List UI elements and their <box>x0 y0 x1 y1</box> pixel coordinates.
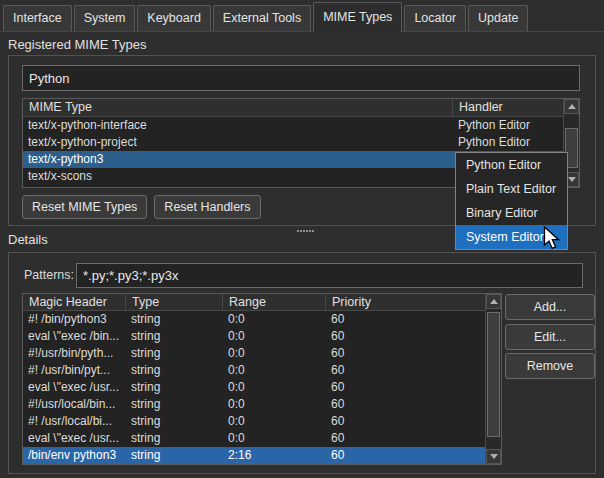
details-group-label: Details <box>8 232 48 247</box>
edit-button[interactable]: Edit... <box>505 324 595 350</box>
scrollbar-thumb[interactable] <box>487 312 500 437</box>
dropdown-item-python-editor[interactable]: Python Editor <box>456 153 567 177</box>
mime-filter-input[interactable] <box>22 65 580 91</box>
tab-locator[interactable]: Locator <box>404 5 466 31</box>
magic-table-row-selected[interactable]: /bin/env python3 string 2:16 60 <box>23 447 485 464</box>
reset-handlers-button[interactable]: Reset Handlers <box>154 195 260 219</box>
tab-keyboard[interactable]: Keyboard <box>137 5 211 31</box>
options-dialog: Interface System Keyboard External Tools… <box>0 0 604 478</box>
magic-table-row[interactable]: eval \"exec /usr... string 0:0 60 <box>23 430 485 447</box>
mime-table-row[interactable]: text/x-python-interface Python Editor <box>23 117 563 134</box>
mime-table-header: MIME Type Handler <box>23 99 563 117</box>
magic-header-table: Magic Header Type Range Priority #! /bin… <box>22 293 502 465</box>
column-header-type[interactable]: Type <box>126 294 223 310</box>
tab-update[interactable]: Update <box>468 5 528 31</box>
magic-table-row[interactable]: eval \"exec /usr... string 0:0 60 <box>23 379 485 396</box>
tab-external-tools[interactable]: External Tools <box>213 5 311 31</box>
magic-table-row[interactable]: #! /usr/local/bi... string 0:0 60 <box>23 413 485 430</box>
tab-system[interactable]: System <box>74 5 136 31</box>
splitter-handle[interactable] <box>297 230 314 232</box>
column-header-magic-header[interactable]: Magic Header <box>23 294 126 310</box>
magic-table-row[interactable]: #!/usr/local/bin... string 0:0 60 <box>23 396 485 413</box>
tab-interface[interactable]: Interface <box>3 5 72 31</box>
tab-mime-types[interactable]: MIME Types <box>313 2 402 32</box>
magic-table-scrollbar[interactable] <box>485 294 501 464</box>
registered-group-label: Registered MIME Types <box>8 37 146 52</box>
reset-mime-types-button[interactable]: Reset MIME Types <box>22 195 147 219</box>
patterns-label: Patterns: <box>24 263 74 288</box>
arrow-down-icon <box>490 454 498 459</box>
add-button[interactable]: Add... <box>505 294 595 320</box>
column-header-handler[interactable]: Handler <box>453 99 563 116</box>
tab-bar: Interface System Keyboard External Tools… <box>0 0 604 32</box>
arrow-down-icon <box>568 177 576 182</box>
magic-table-row[interactable]: #! /usr/bin/pyt... string 0:0 60 <box>23 362 485 379</box>
column-header-priority[interactable]: Priority <box>326 294 485 310</box>
arrow-up-icon <box>568 104 576 109</box>
magic-table-row[interactable]: eval \"exec /bin... string 0:0 60 <box>23 328 485 345</box>
scroll-up-button[interactable] <box>486 294 501 309</box>
scrollbar-track[interactable] <box>486 309 501 449</box>
column-header-mime-type[interactable]: MIME Type <box>23 99 453 116</box>
column-header-range[interactable]: Range <box>223 294 326 310</box>
mime-table-row[interactable]: text/x-python-project Python Editor <box>23 134 563 151</box>
arrow-up-icon <box>490 299 498 304</box>
dropdown-item-plain-text-editor[interactable]: Plain Text Editor <box>456 177 567 201</box>
scroll-up-button[interactable] <box>564 99 579 114</box>
remove-button[interactable]: Remove <box>505 353 595 379</box>
magic-table-row[interactable]: #! /bin/python3 string 0:0 60 <box>23 311 485 328</box>
scroll-down-button[interactable] <box>486 449 501 464</box>
patterns-input[interactable] <box>76 263 583 288</box>
magic-table-header: Magic Header Type Range Priority <box>23 294 485 311</box>
dropdown-item-binary-editor[interactable]: Binary Editor <box>456 201 567 225</box>
magic-table-row[interactable]: #!/usr/bin/pyth... string 0:0 60 <box>23 345 485 362</box>
mouse-cursor-icon <box>543 226 562 251</box>
